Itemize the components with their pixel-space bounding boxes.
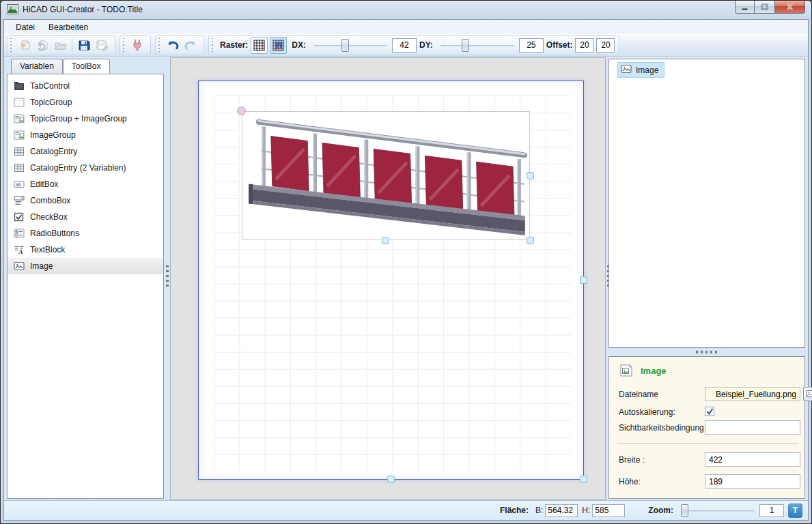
save-icon	[77, 38, 91, 52]
toolbar-grip[interactable]	[122, 38, 125, 53]
flaeche-h-input[interactable]	[592, 504, 625, 517]
toolbox-item-combobox[interactable]: ComboBox	[8, 192, 163, 209]
tabcontrol-icon	[13, 81, 25, 91]
right-horizontal-splitter[interactable]	[608, 348, 805, 356]
save-button[interactable]	[75, 37, 93, 54]
plugin-button[interactable]	[128, 37, 146, 54]
save-as-icon	[95, 38, 109, 52]
dx-slider-thumb[interactable]	[341, 39, 349, 52]
text-tool-button[interactable]: T	[788, 504, 802, 518]
outline-item-label: Image	[636, 66, 658, 75]
window-title: HiCAD GUI-Creator - TODO:Title	[23, 5, 143, 14]
railing-image[interactable]	[242, 111, 530, 240]
image-handle-bottom[interactable]	[382, 237, 389, 244]
app-icon	[7, 4, 18, 14]
zoom-slider[interactable]	[680, 504, 756, 518]
toolbox-item-label: Image	[30, 261, 53, 271]
image-handle-bottom-right[interactable]	[527, 237, 534, 244]
toolbox-item-label: EditBox	[30, 179, 58, 189]
toolbox-item-topicgroup[interactable]: TopicGroup	[8, 94, 163, 111]
flaeche-b-input[interactable]	[545, 504, 578, 517]
zoom-slider-thumb[interactable]	[681, 504, 688, 517]
maximize-button[interactable]	[755, 1, 774, 14]
toolbox-panel: TabControl TopicGroup TopicGroup + Image…	[7, 74, 164, 499]
dy-input[interactable]	[519, 38, 544, 53]
toolbox-item-textblock[interactable]: A TextBlock	[8, 242, 163, 258]
title-bar[interactable]: HiCAD GUI-Creator - TODO:Title	[1, 1, 811, 19]
hoehe-input[interactable]	[705, 474, 800, 489]
raster-label: Raster:	[220, 40, 248, 50]
toolbox-item-checkbox[interactable]: CheckBox	[8, 209, 163, 225]
textblock-icon: A	[13, 244, 25, 255]
new-button[interactable]	[16, 37, 33, 54]
undo-button[interactable]	[164, 37, 182, 54]
zoom-value-input[interactable]	[759, 504, 784, 517]
image-page-icon	[619, 364, 634, 377]
combobox-icon	[13, 195, 25, 206]
open-button[interactable]	[51, 37, 69, 54]
checkbox-icon	[13, 212, 25, 222]
surface-handle-bottom-right[interactable]	[580, 476, 587, 483]
h-label: H:	[582, 506, 590, 515]
toolbar-grip[interactable]	[9, 38, 12, 53]
hoehe-row: Höhe:	[617, 474, 799, 492]
image-handle-top-left[interactable]	[237, 106, 246, 115]
snap-to-grid-button[interactable]	[270, 37, 287, 54]
flaeche-label: Fläche:	[500, 506, 529, 515]
toolbox-item-label: TextBlock	[30, 245, 65, 254]
dx-slider[interactable]	[312, 38, 389, 53]
offset-y-input[interactable]	[596, 38, 615, 53]
add-image-icon	[806, 390, 812, 398]
surface-handle-right[interactable]	[580, 276, 587, 284]
left-splitter[interactable]	[165, 57, 169, 500]
toolbox-item-radiobuttons[interactable]: RadioButtons	[8, 225, 163, 242]
surface-handle-bottom[interactable]	[387, 476, 395, 483]
image-handle-right[interactable]	[527, 172, 534, 179]
toolbox-item-imagegroup[interactable]: ImageGroup	[8, 127, 163, 143]
properties-panel: Image Dateiname Autoskalierung:	[608, 356, 805, 499]
toolbox-item-label: ComboBox	[30, 196, 70, 205]
sichtbarkeitsbedingung-input[interactable]	[705, 420, 800, 435]
save-as-button[interactable]	[93, 37, 111, 54]
toolbox-item-catalogentry[interactable]: CatalogEntry	[8, 143, 163, 160]
tab-variablen[interactable]: Variablen	[11, 59, 63, 74]
reload-button[interactable]	[33, 37, 51, 54]
redo-button[interactable]	[182, 37, 199, 54]
topicgroup-icon	[13, 97, 25, 108]
canvas-area[interactable]	[170, 57, 606, 500]
editbox-icon: ab	[13, 179, 25, 190]
toolbox-item-catalogentry-2[interactable]: CatalogEntry (2 Variablen)	[8, 160, 163, 176]
toolbox-item-tabcontrol[interactable]: TabControl	[8, 78, 163, 94]
dateiname-label: Dateiname	[619, 390, 658, 399]
toolbox-item-editbox[interactable]: ab EditBox	[8, 176, 163, 192]
menu-bearbeiten[interactable]: Bearbeiten	[43, 21, 94, 33]
offset-x-input[interactable]	[575, 38, 593, 53]
zoom-slider-track	[681, 510, 755, 512]
breite-input[interactable]	[705, 452, 800, 467]
outline-item-image[interactable]: Image	[617, 62, 664, 78]
tab-toolbox[interactable]: ToolBox	[63, 59, 110, 74]
menu-datei[interactable]: Datei	[10, 21, 40, 33]
breite-label: Breite :	[619, 455, 645, 465]
toolbar-grip[interactable]	[157, 38, 160, 53]
autoskalierung-checkbox[interactable]	[705, 407, 714, 416]
toolbar-group-raster: Raster: DX:	[208, 35, 619, 55]
autoskalierung-label: Autoskalierung:	[619, 407, 675, 417]
toolbox-item-label: CatalogEntry (2 Variablen)	[30, 163, 126, 173]
design-surface[interactable]	[198, 81, 584, 480]
toolbar-grip[interactable]	[210, 38, 214, 53]
toolbar: Raster: DX:	[4, 34, 808, 57]
dy-slider-track	[440, 45, 514, 46]
image-icon	[13, 261, 25, 272]
dy-slider-thumb[interactable]	[462, 39, 469, 52]
close-button[interactable]	[774, 1, 805, 14]
toolbox-item-image[interactable]: Image	[8, 258, 163, 274]
dx-input[interactable]	[392, 38, 417, 53]
grid-toggle-button[interactable]	[251, 37, 268, 54]
dx-slider-track	[313, 45, 387, 46]
dy-slider[interactable]	[439, 38, 516, 53]
dateiname-input[interactable]	[705, 387, 800, 401]
minimize-button[interactable]	[735, 1, 755, 14]
toolbox-item-topicgroup-imagegroup[interactable]: TopicGroup + ImageGroup	[8, 111, 163, 127]
browse-image-button[interactable]	[803, 387, 812, 401]
